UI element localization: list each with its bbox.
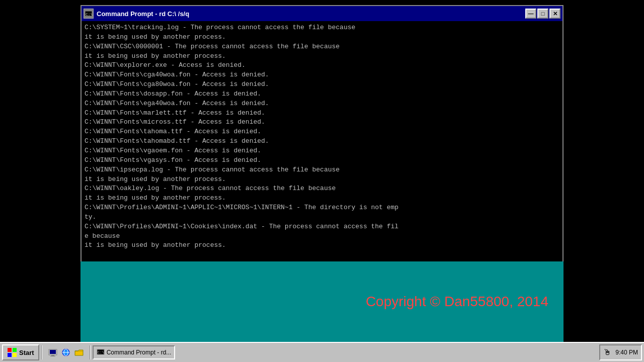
maximize-button[interactable]: □ [537,9,548,19]
svg-text:C:\: C:\ [86,12,93,17]
cyan-background: Copyright © Dan55800, 2014 [80,261,564,342]
system-tray: 🖱 9:40 PM [599,344,642,360]
copyright-text: Copyright © Dan55800, 2014 [366,294,548,310]
console-line: C:\WINNT\Profiles\ADMINI~1\APPLIC~1\MICR… [85,203,559,213]
console-line: C:\SYSTEM~1\tracking.log - The process c… [85,23,559,33]
svg-rect-2 [8,348,12,352]
console-line: it is being used by another process. [85,194,559,203]
svg-rect-9 [50,356,55,356]
quick-launch-folder[interactable] [73,347,85,358]
system-clock: 9:40 PM [615,349,638,356]
console-line: it is being used by another process. [85,52,559,61]
taskbar: Start [0,342,644,362]
console-line: C:\WINNT\Profiles\ADMINI~1\Cookies\index… [85,222,559,232]
console-line: C:\WINNT\oakley.log - The process cannot… [85,184,559,194]
console-line: C:\WINNT\Fonts\vgasys.fon - Access is de… [85,156,559,165]
taskbar-cmd-button[interactable]: C:\ Command Prompt - rd... [93,345,176,359]
quick-launch-ie[interactable] [60,347,71,358]
console-line: e because [85,232,559,241]
console-line: C:\WINNT\Fonts\dosapp.fon - Access is de… [85,89,559,99]
svg-text:C:\: C:\ [98,350,104,354]
svg-rect-8 [51,355,54,356]
console-line: C:\WINNT\Fonts\marlett.ttf - Access is d… [85,109,559,118]
console-line: C:\WINNT\Fonts\micross.ttf - Access is d… [85,118,559,127]
console-line: C:\WINNT\Fonts\cga40woa.fon - Access is … [85,70,559,80]
window-controls: — □ ✕ [525,9,560,19]
console-line: C:\WINNT\Fonts\tahoma.ttf - Access is de… [85,127,559,137]
console-line: it is being used by another process. [85,175,559,185]
svg-rect-4 [8,353,12,357]
svg-rect-5 [13,353,17,357]
minimize-button[interactable]: — [525,9,536,19]
close-button[interactable]: ✕ [549,9,560,19]
console-line: ty. [85,213,559,222]
console-line: C:\WINNT\ipsecpa.log - The process canno… [85,165,559,175]
start-label: Start [19,349,34,356]
console-line: it is being used by another process. [85,241,559,250]
window-icon: C:\ [84,9,94,19]
svg-rect-7 [50,350,56,354]
console-line: C:\WINNT\explorer.exe - Access is denied… [85,61,559,70]
console-line: C:\WINNT\Fonts\tahomabd.ttf - Access is … [85,137,559,146]
console-line: C:\WINNT\Fonts\ega40woa.fon - Access is … [85,99,559,109]
title-bar[interactable]: C:\ Command Prompt - rd C:\ /s/q — □ ✕ [82,6,562,21]
desktop: C:\ Command Prompt - rd C:\ /s/q — □ ✕ C… [0,0,644,362]
console-line: C:\WINNT\Fonts\cga80woa.fon - Access is … [85,80,559,89]
quick-launch-mycomputer[interactable] [47,347,58,358]
taskbar-cmd-label: Command Prompt - rd... [107,349,172,356]
console-line: C:\WINNT\Fonts\vgaoem.fon - Access is de… [85,146,559,156]
console-output: C:\SYSTEM~1\tracking.log - The process c… [82,21,562,270]
taskbar-divider-1 [41,345,42,359]
console-line: it is being used by another process. [85,33,559,42]
quick-launch [47,347,85,358]
svg-rect-3 [13,348,17,352]
console-line: C:\WINNT\CSC\0000001 - The process canno… [85,42,559,52]
cursor-icon: 🖱 [603,348,611,357]
cmd-window: C:\ Command Prompt - rd C:\ /s/q — □ ✕ C… [80,5,564,272]
start-button[interactable]: Start [2,344,39,360]
taskbar-divider-2 [90,345,91,359]
window-title: Command Prompt - rd C:\ /s/q [97,10,525,18]
